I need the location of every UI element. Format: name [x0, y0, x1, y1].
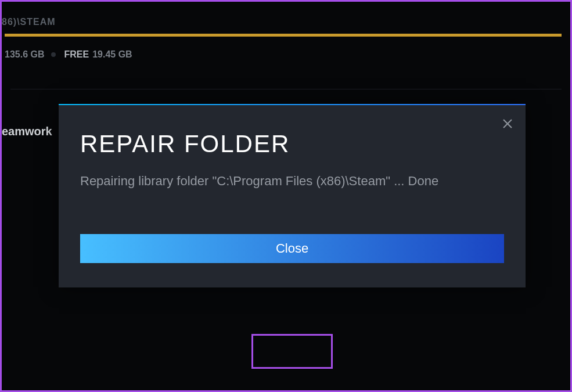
- dialog-title: REPAIR FOLDER: [80, 130, 290, 158]
- close-button-label: Close: [276, 241, 308, 256]
- close-icon[interactable]: [502, 118, 513, 129]
- partial-background-text: eamwork: [2, 125, 52, 138]
- free-size-value: 19.45 GB: [92, 49, 132, 60]
- close-button[interactable]: Close: [80, 234, 504, 263]
- free-label: FREE: [64, 49, 89, 60]
- free-indicator-dot: [51, 52, 56, 57]
- dialog-accent-bar: [59, 104, 526, 105]
- storage-usage-bar: [5, 34, 562, 37]
- repair-folder-dialog: REPAIR FOLDER Repairing library folder "…: [59, 104, 526, 287]
- used-size-value: 135.6 GB: [5, 49, 44, 60]
- library-path-fragment: 86)\STEAM: [2, 17, 56, 27]
- section-divider: [10, 89, 562, 89]
- dialog-message: Repairing library folder "C:\Program Fil…: [80, 174, 504, 189]
- storage-info: 135.6 GB FREE 19.45 GB: [5, 49, 132, 60]
